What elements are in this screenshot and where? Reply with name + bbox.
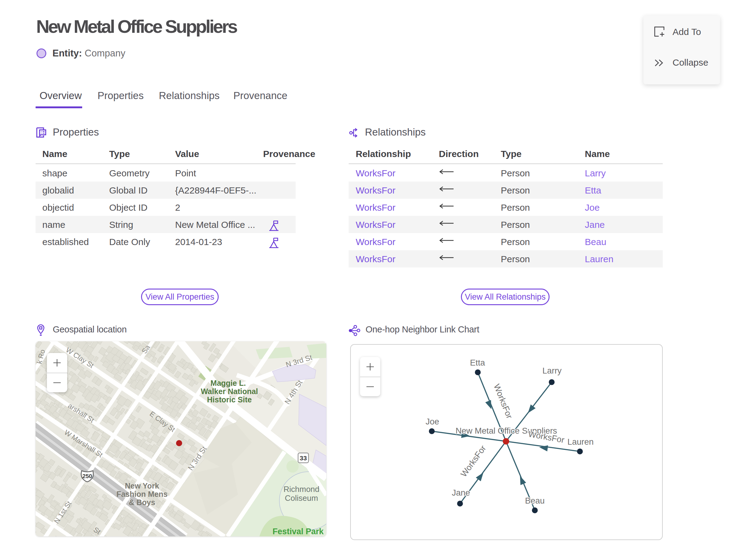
svg-text:Walker National: Walker National: [201, 387, 258, 396]
svg-text:Fashion Mens: Fashion Mens: [117, 490, 168, 498]
svg-text:Lauren: Lauren: [567, 437, 594, 447]
svg-text:Etta: Etta: [470, 358, 485, 367]
svg-text:New York: New York: [125, 481, 159, 490]
svg-text:Joe: Joe: [426, 417, 439, 426]
svg-text:Beau: Beau: [525, 496, 545, 505]
svg-text:Larry: Larry: [542, 366, 562, 375]
svg-text:Festival Park: Festival Park: [273, 527, 324, 536]
svg-text:Maggie L.: Maggie L.: [210, 379, 246, 387]
svg-text:250: 250: [82, 473, 92, 479]
svg-text:WorksFor: WorksFor: [459, 443, 488, 478]
svg-text:33: 33: [300, 455, 307, 462]
svg-text:Coliseum: Coliseum: [285, 493, 318, 503]
svg-text:& Boys: & Boys: [129, 498, 155, 507]
svg-text:Richmond: Richmond: [283, 485, 319, 494]
svg-text:Jane: Jane: [452, 488, 470, 497]
svg-text:Historic Site: Historic Site: [207, 395, 252, 404]
